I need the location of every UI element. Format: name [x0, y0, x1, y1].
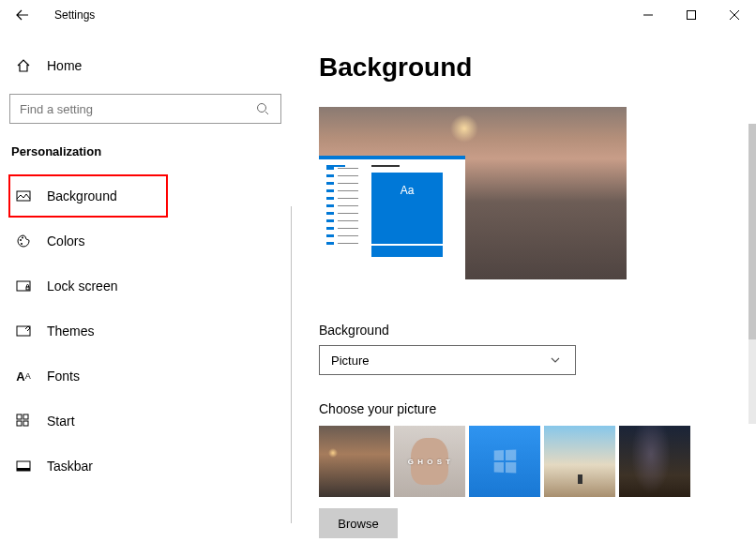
search-input[interactable] — [20, 102, 254, 116]
thumbnail-5[interactable] — [619, 426, 690, 497]
back-button[interactable] — [9, 2, 36, 28]
taskbar-icon — [15, 458, 32, 474]
sidebar: Home Personalization Background Colors L… — [0, 30, 291, 542]
sidebar-item-label: Taskbar — [47, 459, 93, 474]
dropdown-value: Picture — [331, 354, 369, 368]
close-button[interactable] — [713, 0, 756, 30]
content-area: Background Aa Backgr — [291, 30, 756, 542]
svg-point-1 — [258, 104, 266, 113]
svg-rect-9 — [17, 414, 22, 419]
svg-rect-10 — [23, 414, 28, 419]
thumbnail-2[interactable] — [394, 426, 465, 497]
browse-button[interactable]: Browse — [319, 508, 398, 538]
desktop-preview: Aa — [319, 107, 627, 279]
section-title: Personalization — [9, 144, 281, 158]
maximize-button[interactable] — [670, 0, 713, 30]
sidebar-item-label: Colors — [47, 233, 84, 248]
sidebar-item-colors[interactable]: Colors — [9, 220, 281, 262]
home-icon — [15, 57, 32, 74]
titlebar: Settings — [0, 0, 756, 30]
svg-point-4 — [22, 237, 23, 239]
sidebar-item-background[interactable]: Background — [9, 175, 167, 217]
back-arrow-icon — [14, 7, 31, 23]
scrollbar[interactable] — [748, 124, 756, 424]
thumbnail-4[interactable] — [544, 426, 615, 497]
svg-rect-0 — [688, 11, 696, 20]
sidebar-item-taskbar[interactable]: Taskbar — [9, 445, 281, 487]
scrollbar-handle[interactable] — [748, 124, 756, 339]
svg-rect-14 — [17, 468, 30, 471]
svg-rect-12 — [23, 421, 28, 426]
background-dropdown[interactable]: Picture — [319, 345, 576, 375]
start-icon — [15, 413, 32, 429]
background-field-label: Background — [319, 323, 756, 338]
svg-point-3 — [20, 239, 22, 241]
sidebar-item-themes[interactable]: Themes — [9, 310, 281, 352]
home-nav[interactable]: Home — [9, 47, 281, 84]
svg-rect-7 — [26, 287, 29, 290]
page-title: Background — [319, 53, 756, 83]
choose-picture-label: Choose your picture — [319, 401, 756, 416]
themes-icon — [15, 323, 32, 339]
preview-sample-text: Aa — [371, 173, 443, 207]
sidebar-item-lockscreen[interactable]: Lock screen — [9, 265, 281, 307]
picture-icon — [15, 188, 32, 204]
search-icon — [254, 100, 271, 117]
thumbnail-3[interactable] — [469, 426, 540, 497]
sidebar-item-label: Themes — [47, 324, 95, 339]
svg-point-5 — [21, 243, 23, 245]
picture-thumbnails — [319, 426, 756, 497]
search-box[interactable] — [9, 94, 281, 124]
chevron-down-icon — [547, 352, 564, 369]
sidebar-item-label: Start — [47, 414, 75, 429]
lockscreen-icon — [15, 278, 32, 294]
preview-window: Aa — [319, 156, 465, 279]
svg-rect-11 — [17, 421, 22, 426]
window-title: Settings — [54, 8, 95, 22]
sidebar-item-label: Fonts — [47, 369, 80, 384]
sidebar-item-label: Lock screen — [47, 279, 117, 294]
palette-icon — [15, 233, 32, 249]
sidebar-item-fonts[interactable]: AA Fonts — [9, 355, 281, 397]
home-label: Home — [47, 58, 82, 73]
sidebar-item-start[interactable]: Start — [9, 400, 281, 442]
minimize-button[interactable] — [627, 0, 670, 30]
svg-rect-8 — [17, 326, 30, 336]
thumbnail-1[interactable] — [319, 426, 390, 497]
sidebar-item-label: Background — [47, 188, 117, 203]
fonts-icon: AA — [15, 368, 32, 384]
